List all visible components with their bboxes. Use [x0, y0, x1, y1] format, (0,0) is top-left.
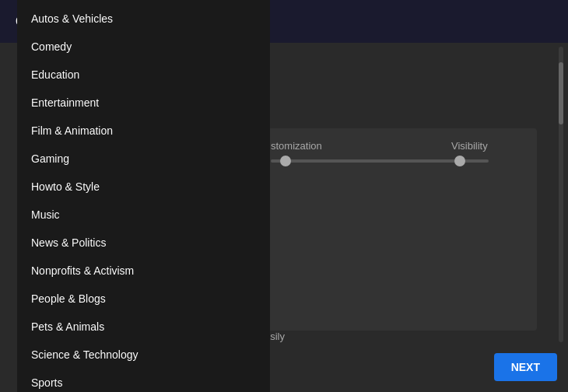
- dropdown-item-comedy[interactable]: Comedy: [17, 33, 270, 61]
- dropdown-item-people-blogs[interactable]: People & Blogs: [17, 285, 270, 313]
- dropdown-item-gaming[interactable]: Gaming: [17, 145, 270, 173]
- dropdown-item-sports[interactable]: Sports: [17, 369, 270, 392]
- dropdown-item-film-animation[interactable]: Film & Animation: [17, 117, 270, 145]
- dropdown-item-pets-animals[interactable]: Pets & Animals: [17, 313, 270, 341]
- settings-panel: [257, 128, 537, 331]
- dropdown-item-howto-style[interactable]: Howto & Style: [17, 173, 270, 201]
- slider-thumb-left[interactable]: [280, 156, 291, 166]
- next-button[interactable]: NEXT: [494, 353, 557, 381]
- visibility-label: Visibility: [451, 140, 488, 152]
- dropdown-item-science-technology[interactable]: Science & Technology: [17, 341, 270, 369]
- dropdown-item-autos-vehicles[interactable]: Autos & Vehicles: [17, 5, 270, 33]
- customization-label: stomization: [271, 140, 322, 152]
- dropdown-item-music[interactable]: Music: [17, 201, 270, 229]
- slider-thumb-right[interactable]: [454, 156, 465, 166]
- dropdown-item-entertainment[interactable]: Entertainment: [17, 89, 270, 117]
- slider-track: [271, 159, 489, 163]
- dropdown-item-nonprofits-activism[interactable]: Nonprofits & Activism: [17, 257, 270, 285]
- scrollbar-thumb[interactable]: [559, 62, 563, 124]
- dropdown-item-education[interactable]: Education: [17, 61, 270, 89]
- category-dropdown: Autos & VehiclesComedyEducationEntertain…: [17, 0, 270, 392]
- dropdown-item-news-politics[interactable]: News & Politics: [17, 229, 270, 257]
